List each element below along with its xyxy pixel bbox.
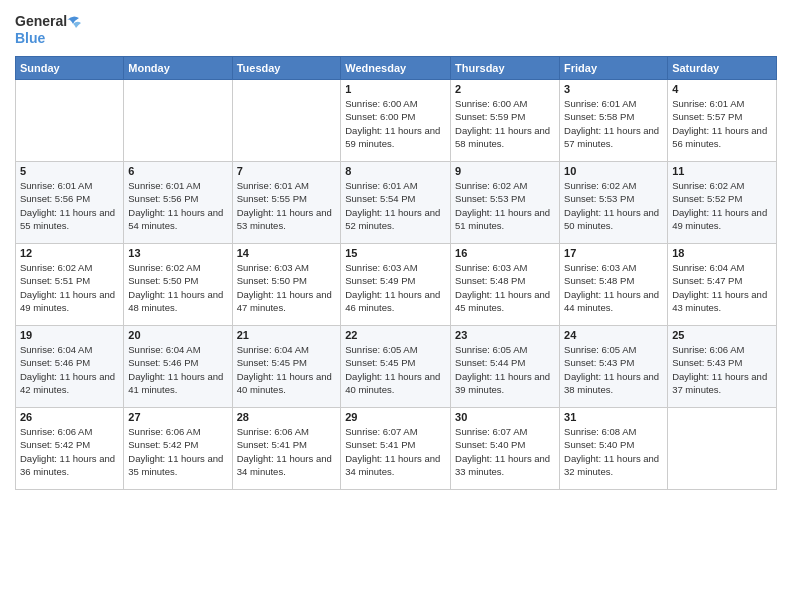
calendar-cell: 29Sunrise: 6:07 AM Sunset: 5:41 PM Dayli… — [341, 408, 451, 490]
calendar-cell: 3Sunrise: 6:01 AM Sunset: 5:58 PM Daylig… — [560, 80, 668, 162]
day-info: Sunrise: 6:08 AM Sunset: 5:40 PM Dayligh… — [564, 425, 663, 478]
day-info: Sunrise: 6:03 AM Sunset: 5:49 PM Dayligh… — [345, 261, 446, 314]
day-number: 9 — [455, 165, 555, 177]
day-of-week-tuesday: Tuesday — [232, 57, 341, 80]
day-info: Sunrise: 6:02 AM Sunset: 5:53 PM Dayligh… — [455, 179, 555, 232]
day-number: 10 — [564, 165, 663, 177]
day-info: Sunrise: 6:05 AM Sunset: 5:44 PM Dayligh… — [455, 343, 555, 396]
calendar-cell: 8Sunrise: 6:01 AM Sunset: 5:54 PM Daylig… — [341, 162, 451, 244]
day-number: 22 — [345, 329, 446, 341]
day-number: 23 — [455, 329, 555, 341]
calendar-cell — [232, 80, 341, 162]
day-info: Sunrise: 6:01 AM Sunset: 5:58 PM Dayligh… — [564, 97, 663, 150]
calendar-cell: 18Sunrise: 6:04 AM Sunset: 5:47 PM Dayli… — [668, 244, 777, 326]
day-info: Sunrise: 6:01 AM Sunset: 5:55 PM Dayligh… — [237, 179, 337, 232]
calendar-cell: 13Sunrise: 6:02 AM Sunset: 5:50 PM Dayli… — [124, 244, 232, 326]
page: GeneralBlue SundayMondayTuesdayWednesday… — [0, 0, 792, 612]
day-number: 31 — [564, 411, 663, 423]
logo-svg: GeneralBlue — [15, 10, 85, 48]
day-of-week-saturday: Saturday — [668, 57, 777, 80]
day-number: 3 — [564, 83, 663, 95]
calendar: SundayMondayTuesdayWednesdayThursdayFrid… — [15, 56, 777, 490]
day-info: Sunrise: 6:06 AM Sunset: 5:42 PM Dayligh… — [20, 425, 119, 478]
day-number: 27 — [128, 411, 227, 423]
day-info: Sunrise: 6:05 AM Sunset: 5:45 PM Dayligh… — [345, 343, 446, 396]
week-row-3: 19Sunrise: 6:04 AM Sunset: 5:46 PM Dayli… — [16, 326, 777, 408]
day-info: Sunrise: 6:07 AM Sunset: 5:40 PM Dayligh… — [455, 425, 555, 478]
day-info: Sunrise: 6:04 AM Sunset: 5:45 PM Dayligh… — [237, 343, 337, 396]
day-number: 14 — [237, 247, 337, 259]
day-number: 2 — [455, 83, 555, 95]
week-row-4: 26Sunrise: 6:06 AM Sunset: 5:42 PM Dayli… — [16, 408, 777, 490]
day-of-week-sunday: Sunday — [16, 57, 124, 80]
calendar-cell: 1Sunrise: 6:00 AM Sunset: 6:00 PM Daylig… — [341, 80, 451, 162]
day-info: Sunrise: 6:02 AM Sunset: 5:53 PM Dayligh… — [564, 179, 663, 232]
day-of-week-thursday: Thursday — [451, 57, 560, 80]
day-number: 16 — [455, 247, 555, 259]
day-info: Sunrise: 6:06 AM Sunset: 5:43 PM Dayligh… — [672, 343, 772, 396]
week-row-2: 12Sunrise: 6:02 AM Sunset: 5:51 PM Dayli… — [16, 244, 777, 326]
calendar-cell: 20Sunrise: 6:04 AM Sunset: 5:46 PM Dayli… — [124, 326, 232, 408]
day-info: Sunrise: 6:02 AM Sunset: 5:52 PM Dayligh… — [672, 179, 772, 232]
day-of-week-monday: Monday — [124, 57, 232, 80]
day-number: 20 — [128, 329, 227, 341]
day-info: Sunrise: 6:05 AM Sunset: 5:43 PM Dayligh… — [564, 343, 663, 396]
day-info: Sunrise: 6:01 AM Sunset: 5:57 PM Dayligh… — [672, 97, 772, 150]
day-number: 12 — [20, 247, 119, 259]
day-number: 17 — [564, 247, 663, 259]
calendar-cell: 27Sunrise: 6:06 AM Sunset: 5:42 PM Dayli… — [124, 408, 232, 490]
day-number: 6 — [128, 165, 227, 177]
calendar-cell: 26Sunrise: 6:06 AM Sunset: 5:42 PM Dayli… — [16, 408, 124, 490]
day-info: Sunrise: 6:04 AM Sunset: 5:46 PM Dayligh… — [128, 343, 227, 396]
calendar-cell: 11Sunrise: 6:02 AM Sunset: 5:52 PM Dayli… — [668, 162, 777, 244]
calendar-cell: 7Sunrise: 6:01 AM Sunset: 5:55 PM Daylig… — [232, 162, 341, 244]
day-info: Sunrise: 6:01 AM Sunset: 5:54 PM Dayligh… — [345, 179, 446, 232]
day-number: 28 — [237, 411, 337, 423]
day-info: Sunrise: 6:04 AM Sunset: 5:46 PM Dayligh… — [20, 343, 119, 396]
day-info: Sunrise: 6:02 AM Sunset: 5:50 PM Dayligh… — [128, 261, 227, 314]
day-info: Sunrise: 6:01 AM Sunset: 5:56 PM Dayligh… — [128, 179, 227, 232]
day-of-week-friday: Friday — [560, 57, 668, 80]
day-number: 26 — [20, 411, 119, 423]
calendar-cell: 2Sunrise: 6:00 AM Sunset: 5:59 PM Daylig… — [451, 80, 560, 162]
day-number: 19 — [20, 329, 119, 341]
calendar-cell: 6Sunrise: 6:01 AM Sunset: 5:56 PM Daylig… — [124, 162, 232, 244]
calendar-cell: 12Sunrise: 6:02 AM Sunset: 5:51 PM Dayli… — [16, 244, 124, 326]
calendar-cell: 14Sunrise: 6:03 AM Sunset: 5:50 PM Dayli… — [232, 244, 341, 326]
calendar-cell: 4Sunrise: 6:01 AM Sunset: 5:57 PM Daylig… — [668, 80, 777, 162]
calendar-cell: 21Sunrise: 6:04 AM Sunset: 5:45 PM Dayli… — [232, 326, 341, 408]
day-info: Sunrise: 6:00 AM Sunset: 5:59 PM Dayligh… — [455, 97, 555, 150]
day-number: 11 — [672, 165, 772, 177]
day-number: 5 — [20, 165, 119, 177]
day-number: 25 — [672, 329, 772, 341]
calendar-cell: 28Sunrise: 6:06 AM Sunset: 5:41 PM Dayli… — [232, 408, 341, 490]
calendar-cell: 9Sunrise: 6:02 AM Sunset: 5:53 PM Daylig… — [451, 162, 560, 244]
day-number: 13 — [128, 247, 227, 259]
day-info: Sunrise: 6:06 AM Sunset: 5:41 PM Dayligh… — [237, 425, 337, 478]
calendar-cell: 22Sunrise: 6:05 AM Sunset: 5:45 PM Dayli… — [341, 326, 451, 408]
calendar-cell: 25Sunrise: 6:06 AM Sunset: 5:43 PM Dayli… — [668, 326, 777, 408]
day-number: 21 — [237, 329, 337, 341]
day-number: 15 — [345, 247, 446, 259]
day-info: Sunrise: 6:02 AM Sunset: 5:51 PM Dayligh… — [20, 261, 119, 314]
day-number: 18 — [672, 247, 772, 259]
day-number: 7 — [237, 165, 337, 177]
calendar-cell: 17Sunrise: 6:03 AM Sunset: 5:48 PM Dayli… — [560, 244, 668, 326]
calendar-cell: 31Sunrise: 6:08 AM Sunset: 5:40 PM Dayli… — [560, 408, 668, 490]
day-info: Sunrise: 6:04 AM Sunset: 5:47 PM Dayligh… — [672, 261, 772, 314]
day-info: Sunrise: 6:07 AM Sunset: 5:41 PM Dayligh… — [345, 425, 446, 478]
calendar-cell — [124, 80, 232, 162]
svg-text:Blue: Blue — [15, 30, 46, 46]
calendar-cell: 30Sunrise: 6:07 AM Sunset: 5:40 PM Dayli… — [451, 408, 560, 490]
day-number: 24 — [564, 329, 663, 341]
calendar-cell: 5Sunrise: 6:01 AM Sunset: 5:56 PM Daylig… — [16, 162, 124, 244]
day-of-week-wednesday: Wednesday — [341, 57, 451, 80]
header: GeneralBlue — [15, 10, 777, 48]
calendar-cell — [16, 80, 124, 162]
calendar-cell: 19Sunrise: 6:04 AM Sunset: 5:46 PM Dayli… — [16, 326, 124, 408]
week-row-0: 1Sunrise: 6:00 AM Sunset: 6:00 PM Daylig… — [16, 80, 777, 162]
day-number: 8 — [345, 165, 446, 177]
calendar-cell: 15Sunrise: 6:03 AM Sunset: 5:49 PM Dayli… — [341, 244, 451, 326]
day-info: Sunrise: 6:06 AM Sunset: 5:42 PM Dayligh… — [128, 425, 227, 478]
svg-text:General: General — [15, 13, 67, 29]
